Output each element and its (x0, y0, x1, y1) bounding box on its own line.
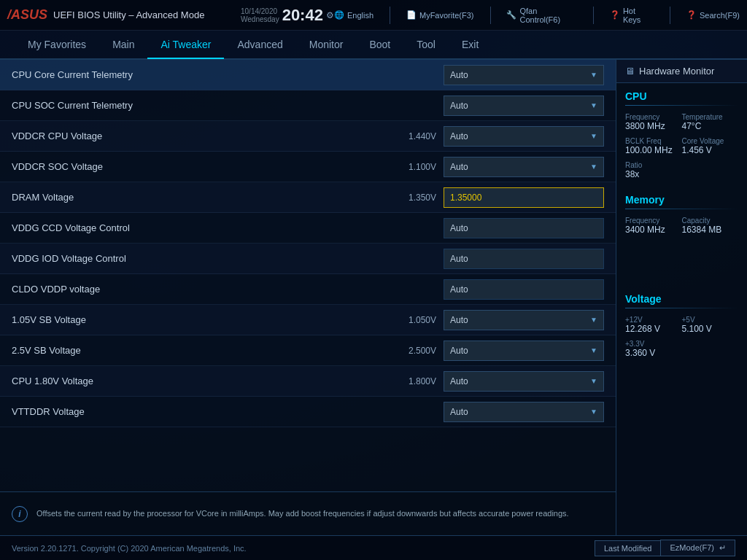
row-value: 1.100V (392, 162, 436, 172)
nav-monitor[interactable]: Monitor (296, 31, 357, 58)
v12-label: +12V (625, 316, 682, 324)
language-label: English (347, 11, 374, 20)
table-row: CPU SOC Current Telemetry Auto ▼ (0, 90, 616, 121)
language-btn[interactable]: 🌐 English (334, 10, 374, 20)
datetime-area: 10/14/2020 Wednesday 20:42 ⚙ (241, 7, 334, 23)
dropdown-cldo-vddp[interactable]: Auto (444, 279, 604, 300)
row-label: VDDG IOD Voltage Control (12, 253, 444, 264)
ez-mode-btn[interactable]: EzMode(F7) ↵ (660, 540, 735, 556)
chevron-down-icon: ▼ (590, 408, 597, 416)
row-label: VDDCR CPU Voltage (12, 131, 392, 141)
hw-monitor-title: Hardware Monitor (639, 66, 714, 77)
nav-ai-tweaker[interactable]: Ai Tweaker (147, 31, 224, 59)
bios-title: UEFI BIOS Utility – Advanced Mode (53, 9, 241, 20)
top-header: /ASUS UEFI BIOS Utility – Advanced Mode … (0, 0, 747, 31)
nav-main[interactable]: Main (99, 31, 147, 58)
cpu-ratio-value: 38x (625, 169, 682, 179)
cpu-core-voltage-value: 1.456 V (682, 145, 739, 155)
table-row: 2.5V SB Voltage 2.500V Auto ▼ (0, 335, 616, 366)
table-row: VTTDDR Voltage Auto ▼ (0, 397, 616, 427)
dropdown-25v-sb[interactable]: Auto ▼ (444, 341, 604, 361)
dropdown-cpu-core-telemetry[interactable]: Auto ▼ (444, 65, 604, 85)
left-panel: CPU Core Current Telemetry Auto ▼ CPU SO… (0, 60, 616, 535)
chevron-down-icon: ▼ (590, 132, 597, 140)
table-row: VDDG IOD Voltage Control Auto (0, 244, 616, 274)
hotkeys-btn[interactable]: ❓ Hot Keys (610, 7, 654, 24)
row-value: 1.800V (392, 376, 436, 386)
search-icon: ❓ (686, 10, 697, 20)
nav-bar: My Favorites Main Ai Tweaker Advanced Mo… (0, 31, 747, 60)
chevron-down-icon: ▼ (590, 101, 597, 109)
dropdown-vddcr-cpu[interactable]: Auto ▼ (444, 126, 604, 147)
separator3 (593, 7, 594, 24)
nav-my-favorites[interactable]: My Favorites (15, 31, 99, 58)
v33-label: +3.3V (625, 340, 682, 348)
dropdown-vddcr-soc[interactable]: Auto ▼ (444, 157, 604, 177)
monitor-icon: 🖥 (625, 66, 635, 77)
nav-advanced[interactable]: Advanced (224, 31, 295, 58)
nav-exit[interactable]: Exit (449, 31, 492, 58)
mem-capacity-label: Capacity (682, 217, 739, 225)
cpu-temperature-stat: Temperature 47°C (682, 110, 739, 134)
chevron-down-icon: ▼ (590, 346, 597, 354)
row-value: 2.500V (392, 346, 436, 356)
cpu-core-voltage-stat: Core Voltage 1.456 V (682, 134, 739, 158)
settings-icon[interactable]: ⚙ (326, 10, 334, 20)
dropdown-vddg-ccd[interactable]: Auto (444, 218, 604, 238)
table-row: DRAM Voltage 1.350V 1.35000 (0, 182, 616, 213)
search-btn[interactable]: ❓ Search(F9) (686, 10, 740, 20)
table-row: VDDG CCD Voltage Control Auto (0, 213, 616, 244)
row-label: VTTDDR Voltage (12, 406, 444, 417)
row-label: DRAM Voltage (12, 192, 392, 203)
dropdown-vddg-iod[interactable]: Auto (444, 249, 604, 269)
cpu-section-title: CPU (616, 83, 747, 105)
row-label: CPU Core Current Telemetry (12, 69, 444, 80)
dropdown-105v-sb[interactable]: Auto ▼ (444, 310, 604, 330)
logo-area: /ASUS UEFI BIOS Utility – Advanced Mode (7, 7, 241, 23)
mem-capacity-stat: Capacity 16384 MB (682, 214, 739, 238)
last-modified-btn[interactable]: Last Modified (595, 540, 660, 556)
qfan-btn[interactable]: 🔧 Qfan Control(F6) (506, 7, 576, 24)
nav-tool[interactable]: Tool (403, 31, 449, 58)
hotkeys-icon: ❓ (610, 10, 620, 20)
main-layout: CPU Core Current Telemetry Auto ▼ CPU SO… (0, 60, 747, 535)
cpu-frequency-stat: Frequency 3800 MHz (625, 110, 682, 134)
mem-frequency-stat: Frequency 3400 MHz (625, 214, 682, 238)
footer-copyright: Version 2.20.1271. Copyright (C) 2020 Am… (12, 544, 247, 553)
favorite-label: MyFavorite(F3) (419, 11, 474, 20)
ez-mode-label: EzMode(F7) (670, 543, 714, 552)
table-row: 1.05V SB Voltage 1.050V Auto ▼ (0, 305, 616, 335)
row-label: VDDG CCD Voltage Control (12, 222, 444, 233)
myfavorite-btn[interactable]: 📄 MyFavorite(F3) (406, 10, 474, 20)
search-label: Search(F9) (700, 11, 740, 20)
mem-frequency-label: Frequency (625, 217, 682, 225)
cpu-bclk-label: BCLK Freq (625, 137, 682, 145)
cpu-temperature-value: 47°C (682, 121, 739, 131)
row-value: 1.440V (392, 131, 436, 141)
exit-icon: ↵ (719, 543, 726, 552)
asus-logo: /ASUS (7, 7, 47, 23)
date-display: 10/14/2020 Wednesday (241, 7, 279, 23)
footer-buttons: Last Modified EzMode(F7) ↵ (595, 540, 735, 556)
info-bar: i Offsets the current read by the proces… (0, 491, 616, 535)
table-row: VDDCR CPU Voltage 1.440V Auto ▼ (0, 121, 616, 152)
row-label: VDDCR SOC Voltage (12, 161, 392, 172)
table-row: CPU Core Current Telemetry Auto ▼ (0, 60, 616, 90)
dropdown-vttddr[interactable]: Auto ▼ (444, 402, 604, 422)
chevron-down-icon: ▼ (590, 71, 597, 79)
input-dram-voltage[interactable]: 1.35000 (444, 187, 604, 208)
v5-label: +5V (682, 316, 739, 324)
row-label: 1.05V SB Voltage (12, 314, 392, 325)
v12-stat: +12V 12.268 V (625, 313, 682, 337)
voltage-stats: +12V 12.268 V +5V 5.100 V +3.3V 3.360 V (616, 308, 747, 365)
separator2 (490, 7, 491, 24)
v5-value: 5.100 V (682, 324, 739, 334)
date-value: 10/14/2020 (241, 7, 277, 15)
time-display: 20:42 (282, 7, 323, 23)
dropdown-cpu-18v[interactable]: Auto ▼ (444, 371, 604, 392)
chevron-down-icon: ▼ (590, 377, 597, 385)
dropdown-cpu-soc-telemetry[interactable]: Auto ▼ (444, 96, 604, 116)
v33-stat: +3.3V 3.360 V (625, 337, 682, 361)
nav-boot[interactable]: Boot (356, 31, 403, 58)
memory-section-title: Memory (616, 187, 747, 209)
